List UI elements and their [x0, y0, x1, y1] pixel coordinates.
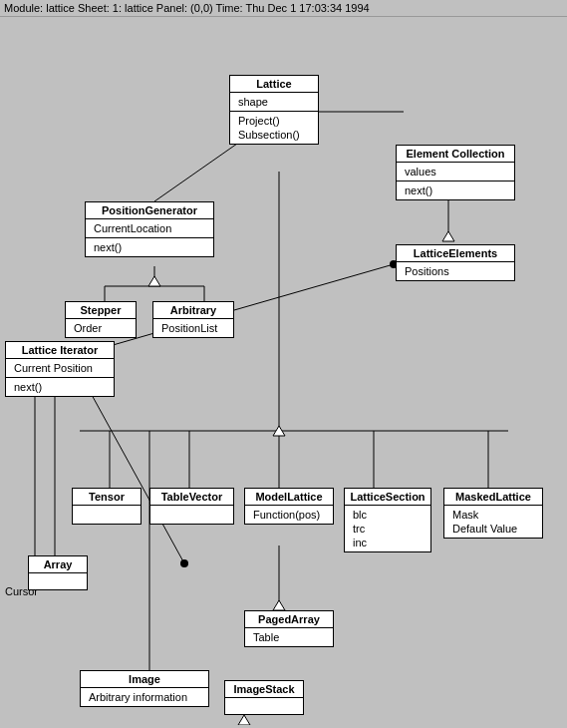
element-collection-title: Element Collection: [397, 146, 514, 163]
position-generator-title: PositionGenerator: [86, 202, 213, 219]
masked-lattice-section1: Mask Default Value: [444, 506, 542, 538]
svg-point-24: [180, 559, 188, 567]
arbitrary-box: Arbitrary PositionList: [152, 301, 234, 338]
lattice-elements-box: LatticeElements Positions: [396, 244, 515, 281]
paged-array-box: PagedArray Table: [244, 610, 334, 647]
array-title: Array: [29, 556, 87, 573]
paged-array-section1: Table: [245, 628, 333, 646]
paged-array-title: PagedArray: [245, 611, 333, 628]
stepper-section1: Order: [66, 319, 136, 337]
model-lattice-section1: Function(pos): [245, 506, 333, 524]
svg-marker-8: [148, 276, 160, 286]
lattice-elements-title: LatticeElements: [397, 245, 514, 262]
position-generator-box: PositionGenerator CurrentLocation next(): [85, 201, 214, 257]
image-stack-box: ImageStack: [224, 680, 304, 715]
model-lattice-box: ModelLattice Function(pos): [244, 488, 334, 525]
lattice-section1: shape: [230, 93, 318, 112]
lattice-iterator-section1: Current Position: [6, 359, 114, 378]
svg-marker-18: [273, 426, 285, 436]
lattice-title: Lattice: [230, 76, 318, 93]
stepper-box: Stepper Order: [65, 301, 137, 338]
image-stack-title: ImageStack: [225, 681, 303, 698]
lattice-section2: Project() Subsection(): [230, 112, 318, 144]
svg-marker-30: [238, 715, 250, 725]
image-box: Image Arbitrary information: [80, 670, 209, 707]
stepper-title: Stepper: [66, 302, 136, 319]
lattice-box: Lattice shape Project() Subsection(): [229, 75, 319, 145]
image-section1: Arbitrary information: [81, 688, 208, 706]
top-bar: Module: lattice Sheet: 1: lattice Panel:…: [0, 0, 567, 17]
top-bar-text: Module: lattice Sheet: 1: lattice Panel:…: [4, 2, 370, 14]
element-collection-box: Element Collection values next(): [396, 145, 515, 200]
element-collection-section1: values: [397, 163, 514, 182]
lattice-section-section1: blc trc inc: [345, 506, 430, 551]
lattice-row-subsection: Subsection(): [234, 128, 314, 142]
arbitrary-title: Arbitrary: [153, 302, 233, 319]
svg-line-3: [154, 137, 247, 201]
lattice-row-shape: shape: [234, 95, 314, 109]
arbitrary-section1: PositionList: [153, 319, 233, 337]
lattice-elements-section1: Positions: [397, 262, 514, 280]
table-vector-section1: [150, 506, 233, 524]
position-generator-section2: next(): [86, 238, 213, 256]
model-lattice-title: ModelLattice: [245, 489, 333, 506]
image-title: Image: [81, 671, 208, 688]
svg-marker-2: [442, 231, 454, 241]
lattice-section-box: LatticeSection blc trc inc: [344, 488, 431, 552]
tensor-title: Tensor: [73, 489, 141, 506]
lattice-iterator-box: Lattice Iterator Current Position next(): [5, 341, 115, 397]
element-collection-section2: next(): [397, 182, 514, 199]
table-vector-box: TableVector: [149, 488, 234, 525]
position-generator-section1: CurrentLocation: [86, 219, 213, 238]
lattice-row-project: Project(): [234, 114, 314, 128]
lattice-section-title: LatticeSection: [345, 489, 430, 506]
masked-lattice-box: MaskedLattice Mask Default Value: [443, 488, 543, 539]
masked-lattice-title: MaskedLattice: [444, 489, 542, 506]
svg-marker-22: [273, 600, 285, 610]
tensor-box: Tensor: [72, 488, 142, 525]
lattice-iterator-title: Lattice Iterator: [6, 342, 114, 359]
tensor-section1: [73, 506, 141, 524]
lattice-iterator-section2: next(): [6, 378, 114, 396]
image-stack-section1: [225, 698, 303, 714]
table-vector-title: TableVector: [150, 489, 233, 506]
cursor-label: Cursor: [5, 585, 38, 597]
diagram-area: Lattice shape Project() Subsection() Ele…: [0, 17, 567, 725]
